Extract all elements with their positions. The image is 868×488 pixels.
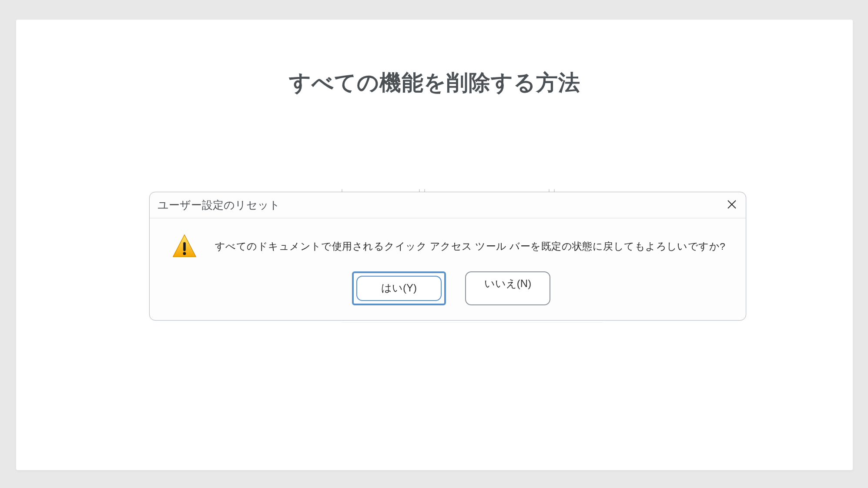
- page-title: すべての機能を削除する方法: [16, 68, 853, 97]
- svg-point-3: [183, 252, 186, 255]
- reset-customizations-dialog: ユーザー設定のリセット: [149, 192, 746, 321]
- dialog-body: すべてのドキュメントで使用されるクイック アクセス ツール バーを既定の状態に戻…: [150, 218, 746, 320]
- close-button[interactable]: [722, 196, 741, 215]
- dialog-titlebar[interactable]: ユーザー設定のリセット: [150, 192, 746, 218]
- close-icon: [727, 200, 737, 211]
- dialog-button-row: はい(Y) いいえ(N): [174, 271, 728, 307]
- svg-rect-2: [183, 242, 186, 251]
- no-button[interactable]: いいえ(N): [465, 271, 550, 305]
- yes-button[interactable]: はい(Y): [356, 276, 442, 301]
- dialog-message: すべてのドキュメントで使用されるクイック アクセス ツール バーを既定の状態に戻…: [215, 240, 725, 253]
- dialog-title: ユーザー設定のリセット: [158, 198, 280, 212]
- content-card: すべての機能を削除する方法 ユーザー設定のリセット: [16, 20, 853, 470]
- warning-icon: [171, 233, 198, 259]
- default-button-focus-ring: はい(Y): [352, 271, 446, 305]
- page-root: すべての機能を削除する方法 ユーザー設定のリセット: [0, 0, 868, 488]
- dialog-message-row: すべてのドキュメントで使用されるクイック アクセス ツール バーを既定の状態に戻…: [174, 233, 728, 259]
